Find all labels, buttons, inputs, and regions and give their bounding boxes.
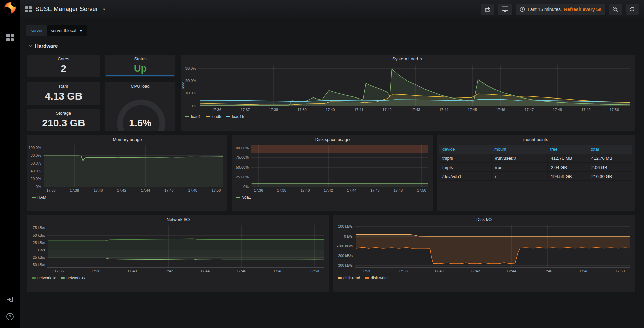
- table-header-cell[interactable]: device: [439, 145, 491, 154]
- dashboard-title-button[interactable]: SUSE Manager Server ▼: [25, 6, 106, 13]
- svg-text:75 kB/s: 75 kB/s: [33, 226, 45, 230]
- svg-text:0%: 0%: [36, 185, 41, 189]
- panel-title[interactable]: Memory usage: [27, 135, 227, 143]
- network-io-chart[interactable]: 17:3617:3817:4017:4217:4417:4617:4817:50…: [27, 223, 329, 274]
- table-cell: 194.59 GB: [547, 172, 588, 180]
- legend-item[interactable]: network-tx: [32, 276, 56, 280]
- panel-title[interactable]: Network I/O: [27, 215, 329, 223]
- svg-text:17:38: 17:38: [398, 269, 408, 273]
- disk-space-legend: vda1: [232, 193, 433, 201]
- legend-item[interactable]: load15: [226, 114, 244, 119]
- svg-text:50.00%: 50.00%: [236, 165, 249, 169]
- panel-title[interactable]: CPU load: [105, 82, 175, 90]
- disk-io-chart[interactable]: 17:3617:3817:4017:4217:4417:4617:4817:50…: [333, 223, 635, 274]
- svg-text:60.0%: 60.0%: [31, 161, 41, 165]
- panel-title[interactable]: mount points: [437, 135, 635, 143]
- row-header-hardware[interactable]: Hardware: [28, 43, 58, 49]
- svg-text:17:44: 17:44: [347, 188, 357, 192]
- legend-swatch: [206, 116, 210, 117]
- table-header-cell[interactable]: mount: [491, 145, 547, 154]
- storage-value: 210.3 GB: [27, 117, 100, 129]
- table-row: /dev/vda1/194.59 GB210.30 GB: [439, 172, 632, 181]
- table-header-cell[interactable]: free: [547, 145, 588, 154]
- disk-space-chart[interactable]: 17:3617:3817:4017:4217:4417:4617:4817:50…: [232, 143, 433, 193]
- legend-item[interactable]: load1: [185, 114, 201, 119]
- zoom-out-icon: [612, 6, 618, 12]
- cpu-load-value: 1.6%: [105, 118, 175, 129]
- svg-text:17:42: 17:42: [164, 269, 173, 273]
- table-cell: 2.06 GB: [588, 163, 632, 171]
- svg-text:17:38: 17:38: [269, 108, 278, 112]
- sidebar-item-dashboards[interactable]: [6, 34, 14, 41]
- legend-item[interactable]: RAM: [32, 195, 46, 200]
- tv-kiosk-button[interactable]: [498, 4, 512, 15]
- legend-swatch: [236, 197, 240, 198]
- legend-swatch: [61, 277, 65, 279]
- svg-text:-200 kB/s: -200 kB/s: [337, 254, 353, 258]
- legend-item[interactable]: vda1: [236, 195, 251, 200]
- svg-text:17:48: 17:48: [579, 269, 589, 273]
- panel-title[interactable]: Disk space usage: [232, 135, 433, 143]
- svg-text:17:36: 17:36: [254, 188, 263, 192]
- svg-text:17:46: 17:46: [370, 188, 380, 192]
- svg-text:17:50: 17:50: [310, 269, 319, 273]
- sidebar-item-signin[interactable]: [0, 292, 20, 307]
- legend-item[interactable]: network-rx: [61, 276, 85, 280]
- svg-text:100.0%: 100.0%: [29, 146, 41, 150]
- memory-usage-chart[interactable]: 17:3617:3817:4017:4217:4417:4617:4817:50…: [27, 143, 227, 193]
- svg-text:17:36: 17:36: [55, 269, 64, 273]
- sidebar: ?: [0, 0, 20, 328]
- legend-swatch: [338, 277, 342, 279]
- legend-item[interactable]: disk-read: [338, 276, 360, 280]
- svg-text:17:47: 17:47: [525, 108, 534, 112]
- legend-swatch: [365, 277, 369, 279]
- svg-text:0%: 0%: [243, 185, 249, 189]
- refresh-button[interactable]: [626, 4, 639, 15]
- panel-title[interactable]: Disk I/O: [333, 215, 635, 223]
- legend-item[interactable]: disk-write: [365, 276, 388, 280]
- svg-text:30.0%: 30.0%: [185, 66, 196, 70]
- svg-text:20.0%: 20.0%: [31, 177, 41, 181]
- panel-title[interactable]: System Load ▼: [181, 55, 635, 63]
- svg-text:17:46: 17:46: [164, 188, 174, 192]
- svg-text:80.0%: 80.0%: [31, 153, 41, 157]
- svg-text:17:43: 17:43: [411, 108, 420, 112]
- svg-text:17:49: 17:49: [581, 108, 591, 112]
- chevron-down-icon: ▼: [420, 57, 423, 61]
- svg-text:17:41: 17:41: [354, 108, 364, 112]
- panel-title-text: Network I/O: [167, 217, 190, 222]
- legend-label: load15: [232, 114, 244, 119]
- chevron-down-icon: ▼: [79, 29, 83, 32]
- panel-network-io: Network I/O 17:3617:3817:4017:4217:4417:…: [27, 215, 329, 292]
- panel-title[interactable]: Storage: [27, 109, 100, 117]
- panel-title[interactable]: Ram: [27, 82, 100, 90]
- panel-title-text: System Load: [392, 56, 418, 61]
- panel-disk-space: Disk space usage 17:3617:3817:4017:4217:…: [232, 135, 433, 211]
- svg-text:17:36: 17:36: [46, 188, 56, 192]
- svg-text:17:42: 17:42: [117, 188, 126, 192]
- panel-title[interactable]: Cores: [27, 55, 100, 63]
- mount-points-table: devicemountfreetotaltmpfs/run/user/0412.…: [439, 145, 632, 181]
- time-range-picker[interactable]: Last 15 minutes Refresh every 5s: [516, 4, 605, 15]
- sign-in-icon: [6, 296, 14, 303]
- variable-label: server: [26, 25, 47, 36]
- svg-text:17:40: 17:40: [434, 269, 444, 273]
- system-load-legend: load1load5load15: [181, 113, 635, 121]
- svg-text:17:46: 17:46: [543, 269, 552, 273]
- legend-item[interactable]: load5: [206, 114, 221, 119]
- svg-text:17:46: 17:46: [237, 269, 246, 273]
- svg-text:17:38: 17:38: [70, 188, 79, 192]
- system-load-chart[interactable]: 17:3617:3717:3817:3917:4017:4117:4217:43…: [181, 63, 635, 113]
- status-sparkline: [106, 75, 174, 76]
- sidebar-item-help[interactable]: ?: [0, 309, 20, 324]
- zoom-out-button[interactable]: [609, 4, 622, 15]
- svg-text:17:45: 17:45: [468, 108, 477, 112]
- page-title: SUSE Manager Server: [35, 6, 98, 13]
- share-button[interactable]: [481, 4, 494, 15]
- table-header-cell[interactable]: total: [588, 145, 632, 154]
- panel-title[interactable]: Status: [105, 55, 175, 63]
- svg-text:17:48: 17:48: [188, 188, 197, 192]
- variable-value-dropdown[interactable]: server.tf.local ▼: [47, 25, 87, 36]
- grafana-logo[interactable]: [4, 2, 16, 14]
- legend-swatch: [32, 277, 36, 279]
